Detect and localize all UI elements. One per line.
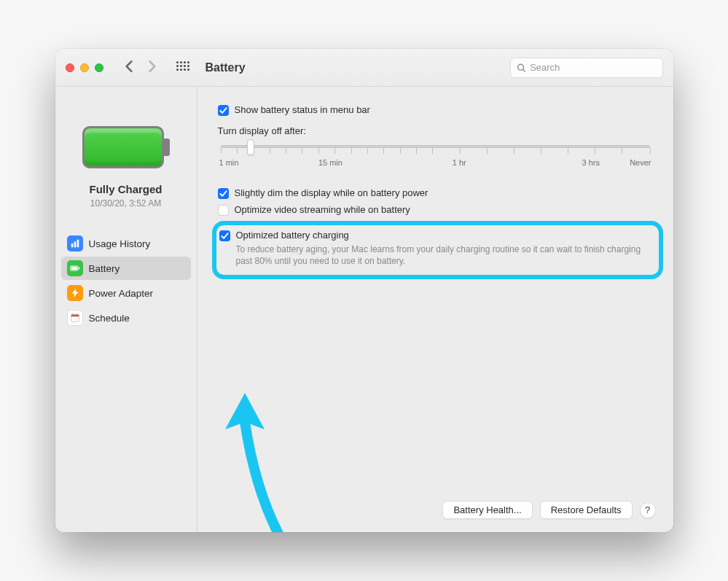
bolt-icon bbox=[67, 285, 83, 301]
checkbox-show-status[interactable]: Show battery status in menu bar bbox=[218, 104, 653, 117]
checkbox-label: Slightly dim the display while on batter… bbox=[235, 187, 428, 200]
sidebar: Fully Charged 10/30/20, 3:52 AM Usage Hi… bbox=[55, 87, 197, 532]
checkbox-checked-icon bbox=[218, 188, 229, 199]
sidebar-item-label: Usage History bbox=[89, 238, 151, 249]
content: Show battery status in menu bar Turn dis… bbox=[197, 87, 673, 532]
show-all-icon[interactable] bbox=[176, 61, 189, 74]
svg-rect-10 bbox=[71, 315, 79, 317]
svg-point-0 bbox=[517, 64, 523, 70]
battery-health-button[interactable]: Battery Health... bbox=[442, 501, 532, 519]
checkbox-optimize-video[interactable]: Optimize video streaming while on batter… bbox=[218, 204, 653, 217]
sidebar-item-label: Power Adapter bbox=[89, 288, 154, 299]
svg-line-1 bbox=[522, 69, 525, 71]
restore-defaults-button[interactable]: Restore Defaults bbox=[540, 501, 633, 519]
svg-rect-12 bbox=[77, 313, 77, 316]
highlight-annotation: Optimized battery charging To reduce bat… bbox=[212, 221, 663, 279]
checkbox-label: Optimized battery charging bbox=[236, 230, 651, 242]
back-button[interactable] bbox=[124, 60, 134, 76]
slider-labels: 1 min 15 min 1 hr 3 hrs Never bbox=[219, 158, 651, 170]
calendar-icon bbox=[67, 310, 83, 326]
close-icon[interactable] bbox=[66, 63, 74, 72]
checkbox-dim-display[interactable]: Slightly dim the display while on batter… bbox=[218, 187, 653, 200]
arrow-annotation-icon bbox=[219, 393, 307, 532]
sidebar-item-label: Schedule bbox=[89, 313, 130, 324]
sidebar-item-label: Battery bbox=[89, 263, 120, 274]
zoom-icon[interactable] bbox=[95, 63, 103, 72]
chart-icon bbox=[67, 235, 83, 251]
svg-rect-6 bbox=[78, 267, 79, 269]
preferences-window: Battery Fully Charged 10/30/20, 3:52 AM … bbox=[55, 49, 673, 532]
window-title: Battery bbox=[206, 61, 246, 74]
body: Fully Charged 10/30/20, 3:52 AM Usage Hi… bbox=[55, 87, 673, 532]
minimize-icon[interactable] bbox=[80, 63, 89, 72]
slider-knob[interactable] bbox=[247, 139, 254, 155]
nav-arrows bbox=[124, 60, 157, 76]
help-button[interactable]: ? bbox=[640, 502, 656, 518]
svg-rect-14 bbox=[218, 188, 229, 199]
search-input[interactable] bbox=[530, 62, 656, 73]
optimized-charging-description: To reduce battery aging, your Mac learns… bbox=[236, 243, 651, 268]
search-icon bbox=[517, 63, 526, 73]
checkbox-label: Show battery status in menu bar bbox=[235, 104, 370, 117]
titlebar: Battery bbox=[55, 49, 673, 87]
svg-rect-15 bbox=[218, 205, 228, 215]
checkbox-optimized-charging[interactable]: Optimized battery charging To reduce bat… bbox=[219, 230, 651, 268]
display-off-slider[interactable]: 1 min 15 min 1 hr 3 hrs Never bbox=[218, 141, 653, 170]
battery-status-date: 10/30/20, 3:52 AM bbox=[90, 198, 161, 208]
svg-marker-8 bbox=[71, 289, 78, 297]
sidebar-item-schedule[interactable]: Schedule bbox=[61, 306, 191, 330]
svg-rect-13 bbox=[218, 105, 229, 116]
forward-button[interactable] bbox=[147, 60, 157, 76]
svg-rect-7 bbox=[71, 267, 77, 270]
checkbox-label: Optimize video streaming while on batter… bbox=[235, 204, 410, 217]
footer: Battery Health... Restore Defaults ? bbox=[442, 501, 655, 519]
turn-display-label: Turn display off after: bbox=[218, 125, 653, 136]
checkbox-unchecked-icon bbox=[218, 205, 229, 216]
sidebar-item-battery[interactable]: Battery bbox=[61, 257, 191, 280]
battery-icon bbox=[82, 126, 170, 168]
sidebar-item-power-adapter[interactable]: Power Adapter bbox=[61, 281, 191, 305]
checkbox-checked-icon bbox=[219, 230, 230, 241]
checkbox-checked-icon bbox=[218, 105, 229, 116]
svg-rect-4 bbox=[77, 240, 79, 248]
battery-status-label: Fully Charged bbox=[89, 183, 162, 195]
svg-rect-2 bbox=[71, 243, 73, 247]
window-controls bbox=[66, 63, 103, 72]
search-field[interactable] bbox=[510, 58, 663, 78]
svg-rect-3 bbox=[74, 241, 76, 247]
battery-small-icon bbox=[67, 260, 83, 276]
svg-rect-11 bbox=[72, 313, 73, 316]
svg-rect-16 bbox=[219, 230, 230, 241]
svg-marker-17 bbox=[225, 393, 265, 429]
sidebar-item-usage-history[interactable]: Usage History bbox=[61, 232, 191, 255]
sidebar-list: Usage History Battery Power Adapter bbox=[55, 232, 197, 330]
